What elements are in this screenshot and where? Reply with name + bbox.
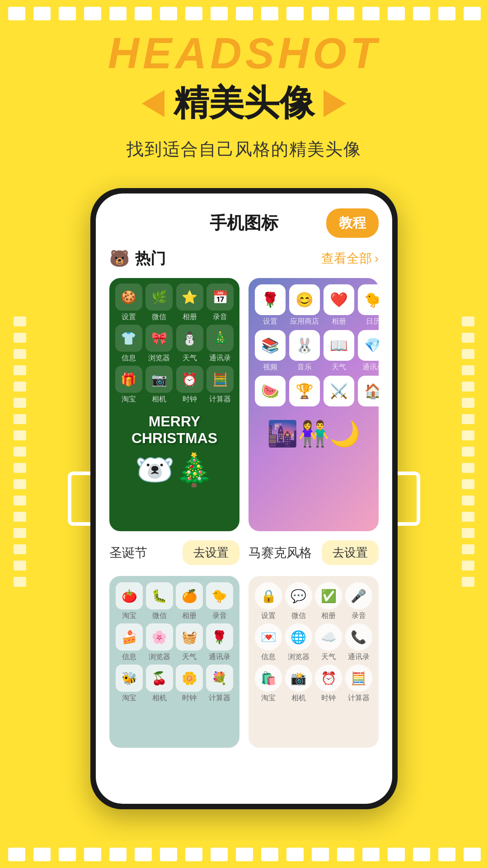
christmas-text: MERRYCHRISTMAS bbox=[109, 413, 239, 447]
icon-label: 浏览器 bbox=[149, 652, 170, 662]
icon-box: 💐 bbox=[206, 665, 233, 692]
icon-cell: 📞 通讯录 bbox=[345, 623, 373, 662]
icon-box: ⛄ bbox=[176, 325, 203, 352]
side-hole bbox=[14, 349, 26, 359]
icon-cell: ✅ 相册 bbox=[315, 582, 343, 621]
icon-cell: 🍰 信息 bbox=[116, 623, 143, 662]
side-hole bbox=[14, 463, 26, 473]
film-hole bbox=[59, 848, 76, 861]
film-hole bbox=[236, 848, 253, 861]
side-hole bbox=[14, 495, 26, 505]
icon-box: 🐛 bbox=[146, 582, 173, 609]
icon-label: 计算器 bbox=[348, 693, 370, 703]
icon-box: 🎁 bbox=[115, 366, 142, 393]
icon-box: 🐰 bbox=[289, 330, 320, 361]
icon-cell: 🍉 bbox=[255, 376, 286, 408]
film-hole bbox=[211, 7, 228, 20]
icon-box: 🎤 bbox=[345, 582, 372, 609]
icon-label: 信息 bbox=[122, 354, 136, 363]
film-hole bbox=[135, 7, 152, 20]
icon-box: 🌸 bbox=[146, 623, 173, 651]
film-hole bbox=[109, 7, 127, 20]
icon-box: 🌹 bbox=[206, 623, 233, 651]
icon-cell: 🎀 浏览器 bbox=[145, 325, 174, 363]
icon-box: 🎀 bbox=[145, 325, 173, 352]
icon-label: 淘宝 bbox=[122, 693, 136, 703]
film-hole bbox=[337, 7, 354, 20]
icon-label: 视频 bbox=[263, 363, 277, 372]
pack-labels-row: 圣诞节 去设置 马赛克风格 去设置 bbox=[109, 540, 379, 565]
side-hole bbox=[462, 495, 474, 505]
side-hole bbox=[14, 414, 26, 424]
cute-pack[interactable]: 🔒 设置 💬 微信 ✅ 相册 🎤 录音 bbox=[249, 576, 379, 748]
icon-box: 📞 bbox=[345, 623, 372, 651]
film-hole bbox=[337, 848, 354, 861]
icon-cell: 🐰 音乐 bbox=[289, 330, 320, 372]
mosaic-set-button[interactable]: 去设置 bbox=[322, 540, 379, 565]
film-strip-top bbox=[0, 0, 488, 27]
icon-label: 通讯录 bbox=[209, 652, 230, 662]
icon-cell: 🍪 设置 bbox=[115, 283, 143, 322]
connector-right bbox=[398, 472, 420, 526]
icon-box: 🍪 bbox=[115, 283, 142, 311]
nature-pack[interactable]: 🍅 淘宝 🐛 微信 🍊 相册 🐤 录音 bbox=[109, 576, 239, 748]
side-hole bbox=[462, 577, 474, 587]
icon-box: 🌼 bbox=[176, 665, 203, 692]
christmas-set-button[interactable]: 去设置 bbox=[183, 540, 239, 565]
icon-cell: 💎 通讯录 bbox=[358, 330, 379, 372]
side-hole bbox=[462, 365, 474, 375]
icon-label: 计算器 bbox=[209, 395, 231, 404]
film-holes-top bbox=[0, 1, 488, 26]
side-hole bbox=[462, 333, 474, 343]
icon-cell: 🧮 计算器 bbox=[345, 665, 373, 703]
icon-cell: 💌 信息 bbox=[255, 623, 282, 662]
side-hole bbox=[462, 447, 474, 457]
christmas-icons-grid: 🍪 设置 🌿 微信 ⭐ 相册 📅 录音 bbox=[109, 278, 239, 410]
icon-box: 💎 bbox=[358, 330, 379, 361]
icon-box: 👕 bbox=[115, 325, 142, 352]
side-hole bbox=[462, 349, 474, 359]
film-hole bbox=[211, 848, 228, 861]
icon-label: 通讯录 bbox=[362, 363, 379, 372]
icon-label: 相机 bbox=[152, 693, 167, 703]
christmas-pack[interactable]: 🍪 设置 🌿 微信 ⭐ 相册 📅 录音 bbox=[109, 278, 239, 531]
icon-box: 🌿 bbox=[145, 283, 173, 311]
icon-cell: 📚 视频 bbox=[255, 330, 286, 372]
icon-label: 微信 bbox=[152, 611, 167, 621]
nature-icons-grid: 🍅 淘宝 🐛 微信 🍊 相册 🐤 录音 bbox=[109, 576, 239, 709]
mosaic-pack[interactable]: 🌹 设置 😊 应用商店 ❤️ 相册 🐤 日 bbox=[249, 278, 379, 531]
icon-cell: 🔒 设置 bbox=[255, 582, 282, 621]
icon-cell: 💬 微信 bbox=[285, 582, 313, 621]
icon-cell: ⛄ 天气 bbox=[176, 325, 204, 363]
film-hole bbox=[33, 848, 51, 861]
side-hole bbox=[462, 528, 474, 538]
icon-label: 天气 bbox=[183, 354, 197, 363]
side-hole bbox=[14, 528, 26, 538]
icon-box: ✅ bbox=[315, 582, 342, 609]
phone-app-header: 手机图标 教程 bbox=[109, 212, 379, 235]
side-hole bbox=[462, 430, 474, 440]
icon-cell: 🎤 录音 bbox=[345, 582, 373, 621]
icon-cell: 🎄 通讯录 bbox=[206, 325, 235, 363]
side-hole bbox=[14, 479, 26, 489]
film-hole bbox=[236, 7, 253, 20]
tutorial-button[interactable]: 教程 bbox=[326, 208, 379, 238]
headshot-title-cn: 精美头像 bbox=[164, 80, 324, 127]
icon-label: 音乐 bbox=[297, 363, 312, 372]
icon-cell: 🛍️ 淘宝 bbox=[255, 665, 282, 703]
side-hole bbox=[462, 512, 474, 522]
icon-label: 时钟 bbox=[182, 693, 197, 703]
film-hole bbox=[261, 7, 278, 20]
headshot-title-en: HEADSHOT bbox=[0, 32, 488, 75]
side-hole bbox=[462, 382, 474, 392]
icon-label: 相册 bbox=[332, 317, 346, 326]
icon-cell: 🍊 相册 bbox=[176, 582, 203, 621]
film-hole bbox=[261, 848, 278, 861]
film-hole bbox=[362, 848, 380, 861]
icon-box: 🎄 bbox=[206, 325, 234, 352]
view-all-button[interactable]: 查看全部 › bbox=[321, 250, 379, 267]
icon-box: ☁️ bbox=[315, 623, 342, 651]
icon-cell: ⏰ 时钟 bbox=[315, 665, 343, 703]
film-hole bbox=[388, 848, 405, 861]
icon-box: 🍅 bbox=[116, 582, 143, 609]
